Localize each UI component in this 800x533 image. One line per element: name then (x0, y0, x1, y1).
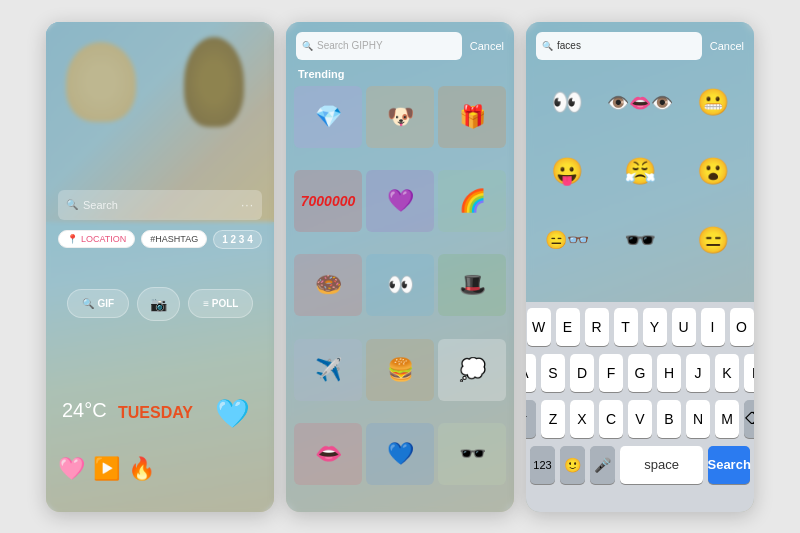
face-sticker[interactable]: 👁️👄👁️ (607, 72, 674, 135)
youtube-sticker: ▶️ (93, 456, 120, 482)
gif-item[interactable]: 🌈 (438, 170, 506, 232)
heart-pink-sticker: 🩷 (58, 456, 85, 482)
keyboard-row-3: ⇧ Z X C V B N M ⌫ (530, 400, 750, 438)
face-sticker[interactable]: 😬 (679, 72, 746, 135)
sticker-options-row: 📍 LOCATION #HASHTAG 1 2 3 4 (58, 230, 262, 249)
giphy-search-bar[interactable]: 🔍 Search GIPHY (296, 32, 462, 60)
delete-key[interactable]: ⌫ (744, 400, 754, 438)
key-V[interactable]: V (628, 400, 652, 438)
screen-giphy-browser: 🔍 Search GIPHY Cancel Trending 💎 🐶 🎁 700… (286, 22, 514, 512)
key-Y[interactable]: Y (643, 308, 667, 346)
poll-button[interactable]: ≡ POLL (188, 289, 253, 318)
gif-item[interactable]: 👄 (294, 423, 362, 485)
gif-item[interactable]: 🐶 (366, 86, 434, 148)
gif-icon: 🔍 (82, 298, 94, 309)
screen-sticker-picker: 🔍 Search ··· 📍 LOCATION #HASHTAG 1 2 3 4… (46, 22, 274, 512)
face-sticker[interactable]: 😮 (679, 140, 746, 203)
key-I[interactable]: I (701, 308, 725, 346)
hashtag-sticker[interactable]: #HASHTAG (141, 230, 207, 248)
face-sticker[interactable]: 😤 (607, 140, 674, 203)
face-sticker[interactable]: 👀 (534, 72, 601, 135)
gif-item[interactable]: 👀 (366, 254, 434, 316)
key-K[interactable]: K (715, 354, 739, 392)
mic-key[interactable]: 🎤 (590, 446, 615, 484)
key-C[interactable]: C (599, 400, 623, 438)
key-J[interactable]: J (686, 354, 710, 392)
gif-item[interactable]: 🎁 (438, 86, 506, 148)
faces-header: 🔍 faces Cancel (536, 32, 744, 60)
gif-button[interactable]: 🔍 GIF (67, 289, 130, 318)
key-Z[interactable]: Z (541, 400, 565, 438)
gif-item[interactable]: 🕶️ (438, 423, 506, 485)
day-display: TUESDAY (118, 404, 193, 422)
key-G[interactable]: G (628, 354, 652, 392)
key-E[interactable]: E (556, 308, 580, 346)
key-M[interactable]: M (715, 400, 739, 438)
screen-face-stickers: 🔍 faces Cancel 👀 👁️👄👁️ 😬 😛 😤 😮 😑👓 🕶️ 😑 Q… (526, 22, 754, 512)
trending-label: Trending (298, 68, 344, 80)
keyboard-row-1: Q W E R T Y U I O P (530, 308, 750, 346)
search-bar[interactable]: 🔍 Search ··· (58, 190, 262, 220)
key-A[interactable]: A (526, 354, 536, 392)
gif-item[interactable]: 💎 (294, 86, 362, 148)
gif-item[interactable]: 🎩 (438, 254, 506, 316)
bottom-stickers-row: 🩷 ▶️ 🔥 (58, 456, 155, 482)
fire-sticker: 🔥 (128, 456, 155, 482)
gif-grid: 💎 🐶 🎁 7000000 💜 🌈 🍩 👀 🎩 ✈️ 🍔 💭 👄 💙 🕶️ (294, 86, 506, 504)
camera-icon: 📷 (150, 296, 167, 312)
giphy-search-placeholder: Search GIPHY (317, 40, 383, 51)
location-icon: 📍 (67, 234, 78, 244)
space-key[interactable]: space (620, 446, 703, 484)
gif-item[interactable]: 💙 (366, 423, 434, 485)
key-O[interactable]: O (730, 308, 754, 346)
giphy-header: 🔍 Search GIPHY Cancel (296, 32, 504, 60)
key-W[interactable]: W (527, 308, 551, 346)
media-buttons-row: 🔍 GIF 📷 ≡ POLL (58, 287, 262, 321)
key-H[interactable]: H (657, 354, 681, 392)
key-X[interactable]: X (570, 400, 594, 438)
cancel-button[interactable]: Cancel (710, 40, 744, 52)
face-stickers-grid: 👀 👁️👄👁️ 😬 😛 😤 😮 😑👓 🕶️ 😑 (534, 72, 746, 272)
temperature-display: 24°C (62, 399, 107, 422)
key-D[interactable]: D (570, 354, 594, 392)
search-icon: 🔍 (66, 199, 78, 210)
face-sticker[interactable]: 🕶️ (607, 209, 674, 272)
keyboard-bottom-row: 123 🙂 🎤 space Search (526, 446, 754, 484)
key-F[interactable]: F (599, 354, 623, 392)
countdown-sticker[interactable]: 1 2 3 4 (213, 230, 262, 249)
search-key[interactable]: Search (708, 446, 750, 484)
key-R[interactable]: R (585, 308, 609, 346)
gif-item[interactable]: ✈️ (294, 339, 362, 401)
search-placeholder: Search (83, 199, 118, 211)
key-N[interactable]: N (686, 400, 710, 438)
keyboard-row-2: A S D F G H J K L (530, 354, 750, 392)
gif-item[interactable]: 7000000 (294, 170, 362, 232)
key-T[interactable]: T (614, 308, 638, 346)
key-L[interactable]: L (744, 354, 754, 392)
search-icon: 🔍 (542, 41, 553, 51)
gif-item[interactable]: 🍔 (366, 339, 434, 401)
key-B[interactable]: B (657, 400, 681, 438)
blur-overlay (46, 22, 274, 512)
shift-key[interactable]: ⇧ (526, 400, 536, 438)
key-S[interactable]: S (541, 354, 565, 392)
gif-item[interactable]: 💜 (366, 170, 434, 232)
cancel-button[interactable]: Cancel (470, 40, 504, 52)
heart-sticker: 🩵 (215, 397, 250, 430)
more-options-icon: ··· (241, 198, 254, 212)
face-sticker[interactable]: 😑👓 (534, 209, 601, 272)
camera-button[interactable]: 📷 (137, 287, 180, 321)
gif-item[interactable]: 💭 (438, 339, 506, 401)
gif-item[interactable]: 🍩 (294, 254, 362, 316)
emoji-key[interactable]: 🙂 (560, 446, 585, 484)
faces-search-value: faces (557, 40, 581, 51)
face-sticker[interactable]: 😑 (679, 209, 746, 272)
search-icon: 🔍 (302, 41, 313, 51)
ios-keyboard: Q W E R T Y U I O P A S D F G H J K (526, 302, 754, 512)
location-sticker[interactable]: 📍 LOCATION (58, 230, 135, 248)
faces-search-bar[interactable]: 🔍 faces (536, 32, 702, 60)
numbers-key[interactable]: 123 (530, 446, 555, 484)
face-sticker[interactable]: 😛 (534, 140, 601, 203)
key-U[interactable]: U (672, 308, 696, 346)
